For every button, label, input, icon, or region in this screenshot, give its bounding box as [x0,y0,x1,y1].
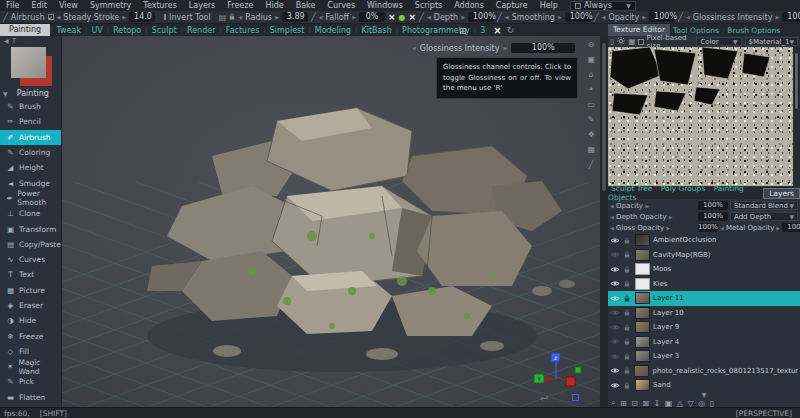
tool-airbrush[interactable]: ✐Airbrush [0,130,61,145]
layer-row-moos[interactable]: Moos [608,262,800,277]
menu-item-edit[interactable]: Edit [25,1,53,10]
glossiness-intensity-value[interactable]: 100% [782,12,800,22]
glossiness-floating-control[interactable]: ◀ Glossiness Intensity ▶ 100% [412,43,575,53]
tool-pick[interactable]: ✎Pick [0,374,61,389]
workspace-tab-factures[interactable]: Factures [222,26,264,35]
pen-icon[interactable]: ✎ [588,115,595,124]
menu-item-windows[interactable]: Windows [361,1,409,10]
layer-row-photo-realistic-rocks-0801213517-texture[interactable]: photo_realistic_rocks_0801213517_texture [608,364,800,379]
camera-icon[interactable]: ▣ [587,55,595,64]
text-tool-mini-icon[interactable]: T [12,37,16,45]
pixel-based-checkbox[interactable] [638,39,643,45]
axis-gizmo[interactable]: z Y [532,351,584,395]
collapse-circle-icon[interactable]: ⊖ [588,40,595,49]
frame-icon[interactable]: ▭ [587,100,595,109]
always-checkbox[interactable] [575,3,581,9]
depth-opacity-value[interactable]: 100% [698,212,728,221]
refresh-icon[interactable]: ↻ [507,25,515,35]
lock-icon[interactable] [624,237,632,244]
spinner-left-icon[interactable]: ◀ [505,14,509,20]
visibility-eye-icon[interactable] [610,353,621,360]
menu-item-textures[interactable]: Textures [137,1,182,10]
spinner-right-icon[interactable]: ▶ [352,14,356,20]
tab-poly-groups[interactable]: Poly Groups [658,184,709,193]
texture-preview[interactable] [608,47,793,186]
visibility-eye-icon[interactable] [610,382,621,389]
tool-copy-paste[interactable]: ▤Copy/Paste [0,237,61,252]
tab-brush-options[interactable]: Brush Options [724,26,783,35]
undo-arrow-icon[interactable]: ↩ [540,393,548,404]
color-channel-dot-icon[interactable]: ● [399,13,406,22]
scroll-more-icon[interactable]: ▼ [608,392,800,397]
visibility-eye-icon[interactable] [610,324,621,331]
tool-picture[interactable]: ▦Picture [0,283,61,298]
lock-icon[interactable] [624,353,632,360]
tab-layers[interactable]: Layers [763,188,800,199]
visibility-eye-icon[interactable] [610,309,621,316]
steady-stroke-value[interactable]: 14.0 [129,12,155,22]
workspace-tab-modeling[interactable]: Modeling [311,26,355,35]
tab-painting-active[interactable]: Painting [0,24,50,36]
menu-item-addons[interactable]: Addons [448,1,490,10]
tool-power-smooth[interactable]: ✒Power Smooth [0,191,61,206]
tool-brush[interactable]: ✎Brush [0,99,61,114]
workspace-tab-uv[interactable]: UV [87,26,106,35]
lock-icon[interactable] [624,367,632,374]
menu-item-freeze[interactable]: Freeze [221,1,259,10]
clipboard-icon[interactable]: ▤ [219,13,227,22]
layer-row-layer-11[interactable]: Layer 11 [608,291,800,306]
lock-icon[interactable] [229,13,235,22]
channel-off-icon[interactable]: × [409,12,417,22]
layer-row-layer-9[interactable]: Layer 9 [608,320,800,335]
tool-height[interactable]: ◢Height [0,160,61,175]
file-icon[interactable]: ▯ [610,37,614,46]
tool-freeze[interactable]: ❄Freeze [0,328,61,343]
spinner-left-icon[interactable]: ◀ [238,14,242,20]
tool-curves[interactable]: ∿Curves [0,252,61,267]
menu-item-view[interactable]: View [53,1,84,10]
gloss-opacity-value[interactable]: 100% [698,223,718,232]
workspace-tab-retopo[interactable]: Retopo [109,26,145,35]
spinner-left-icon[interactable]: ◀ [57,14,61,20]
opacity-value[interactable]: 100% [698,201,728,210]
layer-row-layer-3[interactable]: Layer 3 [608,349,800,364]
depth-blend-dropdown[interactable]: Add Depth ▼ [730,212,798,221]
lock-icon[interactable] [624,338,632,345]
texture-scrollbar[interactable] [793,47,800,186]
tab-sculpt-tree[interactable]: Sculpt Tree [608,184,655,193]
menu-item-help[interactable]: Help [534,1,564,10]
lock-icon[interactable] [624,309,632,316]
menu-item-curves[interactable]: Curves [321,1,361,10]
lock-icon[interactable] [624,382,632,389]
pen-icon[interactable]: ╱ [594,13,599,22]
menu-item-bake[interactable]: Bake [290,1,322,10]
invert-tool-checkbox[interactable] [164,14,166,20]
spinner-right-icon[interactable]: ▶ [558,14,562,20]
tool-clone[interactable]: ⊥Clone [0,206,61,221]
menu-item-layers[interactable]: Layers [183,1,221,10]
snap-square-icon[interactable] [572,394,579,401]
scrollbar-thumb[interactable] [601,42,607,192]
pen-icon[interactable]: ╱ [678,13,683,22]
tool-pencil[interactable]: ✏Pencil [0,114,61,129]
blend-mode-dropdown[interactable]: Standard Blend ▼ [730,201,798,210]
spinner-left-icon[interactable]: ◀ [427,14,431,20]
spinner-right-icon[interactable]: ▶ [122,14,126,20]
material-preview[interactable] [8,47,54,87]
metal-opacity-value[interactable]: 100% [782,223,800,232]
workspace-tab-render[interactable]: Render [183,26,219,35]
opacity-value[interactable]: 100% [649,12,675,22]
menu-item-hide[interactable]: Hide [259,1,289,10]
tool-coloring[interactable]: ✎Coloring [0,145,61,160]
menu-item-symmetry[interactable]: Symmetry [84,1,137,10]
layer-row-layer-4[interactable]: Layer 4 [608,335,800,350]
layer-row-layer-10[interactable]: Layer 10 [608,306,800,321]
steady-stroke-checkbox[interactable]: ✓ [48,14,54,20]
visibility-eye-icon[interactable] [610,280,621,287]
spinner-right-icon[interactable]: ▶ [275,14,279,20]
depth-value[interactable]: 100% [468,12,494,22]
workspace-tab-sculpt[interactable]: Sculpt [148,26,181,35]
visibility-eye-icon[interactable] [610,295,621,302]
scrollbar-thumb[interactable] [794,52,799,110]
channel-off-icon[interactable]: × [388,12,396,22]
